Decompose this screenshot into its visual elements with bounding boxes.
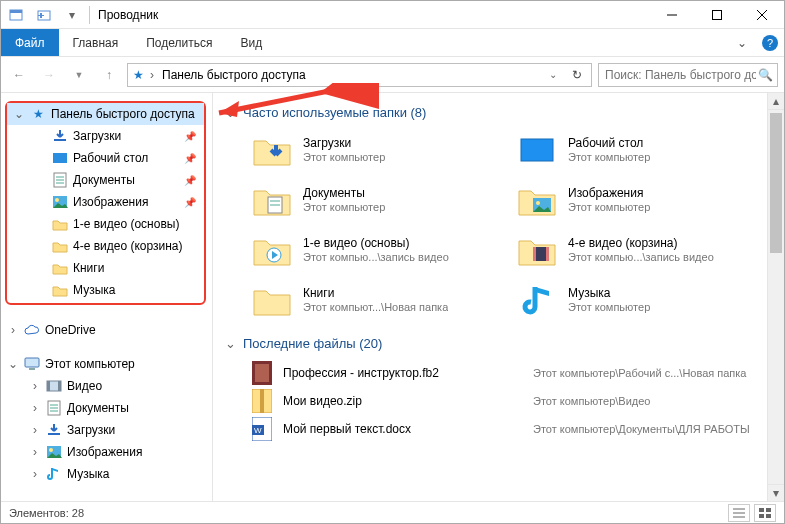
group-frequent-header[interactable]: ⌄ Часто используемые папки (8): [225, 105, 761, 120]
svg-rect-4: [38, 15, 44, 16]
file-row[interactable]: Профессия - инструктор.fb2Этот компьютер…: [251, 359, 761, 387]
sidebar-this-pc[interactable]: ⌄ Этот компьютер: [1, 353, 212, 375]
scroll-thumb[interactable]: [770, 113, 782, 253]
tile-location: Этот компьют...\Новая папка: [303, 301, 448, 314]
sidebar-item-folder[interactable]: 4-е видео (корзина): [7, 235, 204, 257]
scroll-up-icon[interactable]: ▴: [768, 93, 784, 110]
sidebar-item-label: OneDrive: [45, 323, 96, 337]
downloads-icon: [45, 423, 63, 437]
sidebar-item-desktop[interactable]: Рабочий стол📌: [7, 147, 204, 169]
frequent-folders-grid: ЗагрузкиЭтот компьютерРабочий столЭтот к…: [251, 128, 761, 322]
folder-tile[interactable]: МузыкаЭтот компьютер: [516, 278, 761, 322]
sidebar-item-label: Видео: [67, 379, 102, 393]
status-bar: Элементов: 28: [1, 501, 784, 523]
sidebar-item-label: Рабочий стол: [73, 151, 148, 165]
status-item-count: Элементов: 28: [9, 507, 84, 519]
help-button[interactable]: ?: [756, 29, 784, 56]
minimize-button[interactable]: [649, 1, 694, 29]
ribbon-collapse-icon[interactable]: ⌄: [728, 29, 756, 56]
expand-icon[interactable]: ›: [29, 423, 41, 437]
sidebar-item-label: Изображения: [67, 445, 142, 459]
documents-icon: [251, 179, 293, 221]
expand-icon[interactable]: ›: [7, 323, 19, 337]
sidebar-item-pictures[interactable]: ›Изображения: [1, 441, 212, 463]
close-button[interactable]: [739, 1, 784, 29]
desktop-icon: [51, 151, 69, 165]
sidebar-item-videos[interactable]: ›Видео: [1, 375, 212, 397]
forward-button[interactable]: →: [37, 63, 61, 87]
svg-point-28: [49, 448, 53, 452]
ribbon-tab-home[interactable]: Главная: [59, 29, 133, 56]
sidebar-item-folder[interactable]: 1-е видео (основы): [7, 213, 204, 235]
qat-properties-icon[interactable]: [5, 4, 27, 26]
sidebar-item-folder[interactable]: Музыка: [7, 279, 204, 301]
folder-tile[interactable]: 4-е видео (корзина)Этот компью...\запись…: [516, 228, 761, 272]
recent-locations-button[interactable]: ▼: [67, 63, 91, 87]
back-button[interactable]: ←: [7, 63, 31, 87]
ribbon: Файл Главная Поделиться Вид ⌄ ?: [1, 29, 784, 57]
file-location: Этот компьютер\Документы\ДЛЯ РАБОТЫ: [533, 423, 750, 435]
sidebar-item-downloads[interactable]: Загрузки📌: [7, 125, 204, 147]
group-title: Последние файлы (20): [243, 336, 382, 351]
tile-location: Этот компьютер: [568, 301, 650, 314]
search-icon: 🔍: [758, 68, 773, 82]
ribbon-file-tab[interactable]: Файл: [1, 29, 59, 56]
file-row[interactable]: Мои видео.zipЭтот компьютер\Видео: [251, 387, 761, 415]
tile-name: Музыка: [568, 286, 650, 300]
pin-icon: 📌: [184, 197, 196, 208]
folder-tile[interactable]: ДокументыЭтот компьютер: [251, 178, 496, 222]
tree: ⌄ ★ Панель быстрого доступа Загрузки📌Раб…: [1, 101, 212, 485]
sidebar-item-documents[interactable]: Документы📌: [7, 169, 204, 191]
docx-icon: W: [251, 417, 273, 441]
sidebar-item-label: 1-е видео (основы): [73, 217, 179, 231]
sidebar-item-label: 4-е видео (корзина): [73, 239, 183, 253]
collapse-icon[interactable]: ⌄: [225, 336, 237, 351]
group-recent-header[interactable]: ⌄ Последние файлы (20): [225, 336, 761, 351]
tile-location: Этот компью...\запись видео: [568, 251, 714, 264]
zip-icon: [251, 389, 273, 413]
sidebar-item-label: Загрузки: [67, 423, 115, 437]
expand-icon[interactable]: ›: [29, 379, 41, 393]
maximize-button[interactable]: [694, 1, 739, 29]
sidebar-item-pictures[interactable]: Изображения📌: [7, 191, 204, 213]
scrollbar[interactable]: ▴ ▾: [767, 93, 784, 501]
qat-newfolder-icon[interactable]: [33, 4, 55, 26]
ribbon-tab-share[interactable]: Поделиться: [132, 29, 226, 56]
search-box[interactable]: 🔍: [598, 63, 778, 87]
sidebar-onedrive[interactable]: › OneDrive: [1, 319, 212, 341]
folder-tile[interactable]: ЗагрузкиЭтот компьютер: [251, 128, 496, 172]
refresh-button[interactable]: ↻: [565, 63, 589, 87]
up-button[interactable]: ↑: [97, 63, 121, 87]
expand-icon[interactable]: ›: [29, 467, 41, 481]
folder-tile[interactable]: КнигиЭтот компьют...\Новая папка: [251, 278, 496, 322]
collapse-icon[interactable]: ⌄: [225, 105, 237, 120]
folder-tile[interactable]: Рабочий столЭтот компьютер: [516, 128, 761, 172]
qat-dropdown-icon[interactable]: ▾: [61, 4, 83, 26]
expand-icon[interactable]: ›: [29, 401, 41, 415]
sidebar-item-folder[interactable]: Книги: [7, 257, 204, 279]
collapse-icon[interactable]: ⌄: [13, 107, 25, 121]
address-bar[interactable]: ★ › Панель быстрого доступа ⌄ ↻: [127, 63, 592, 87]
ribbon-tab-view[interactable]: Вид: [226, 29, 276, 56]
expand-icon[interactable]: ›: [29, 445, 41, 459]
svg-rect-53: [766, 514, 771, 518]
view-details-button[interactable]: [728, 504, 750, 522]
scroll-down-icon[interactable]: ▾: [768, 484, 784, 501]
address-dropdown-icon[interactable]: ⌄: [541, 63, 565, 87]
svg-rect-38: [533, 247, 536, 261]
folder-tile[interactable]: 1-е видео (основы)Этот компью...\запись …: [251, 228, 496, 272]
body: ⌄ ★ Панель быстрого доступа Загрузки📌Раб…: [1, 93, 784, 501]
sidebar-item-documents[interactable]: ›Документы: [1, 397, 212, 419]
folder-tile[interactable]: ИзображенияЭтот компьютер: [516, 178, 761, 222]
sidebar-quick-access[interactable]: ⌄ ★ Панель быстрого доступа: [7, 103, 204, 125]
sidebar-item-downloads[interactable]: ›Загрузки: [1, 419, 212, 441]
file-row[interactable]: WМой первый текст.docxЭтот компьютер\Док…: [251, 415, 761, 443]
collapse-icon[interactable]: ⌄: [7, 357, 19, 371]
view-icons-button[interactable]: [754, 504, 776, 522]
sidebar-item-music[interactable]: ›Музыка: [1, 463, 212, 485]
tile-location: Этот компьютер: [303, 151, 385, 164]
breadcrumb[interactable]: Панель быстрого доступа: [158, 68, 310, 82]
desktop-icon: [516, 129, 558, 171]
search-input[interactable]: [603, 67, 758, 83]
folder-video2-icon: [516, 229, 558, 271]
